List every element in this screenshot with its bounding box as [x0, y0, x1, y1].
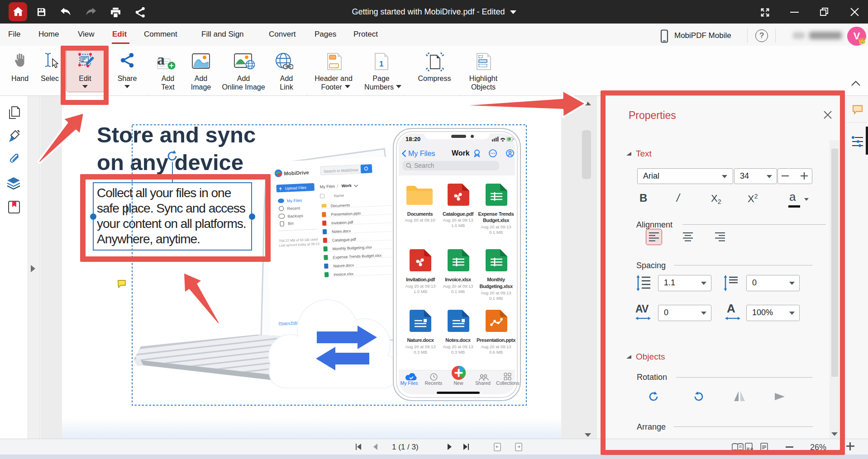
svg-text:1: 1 — [379, 60, 383, 68]
svg-text:a: a — [157, 52, 165, 68]
